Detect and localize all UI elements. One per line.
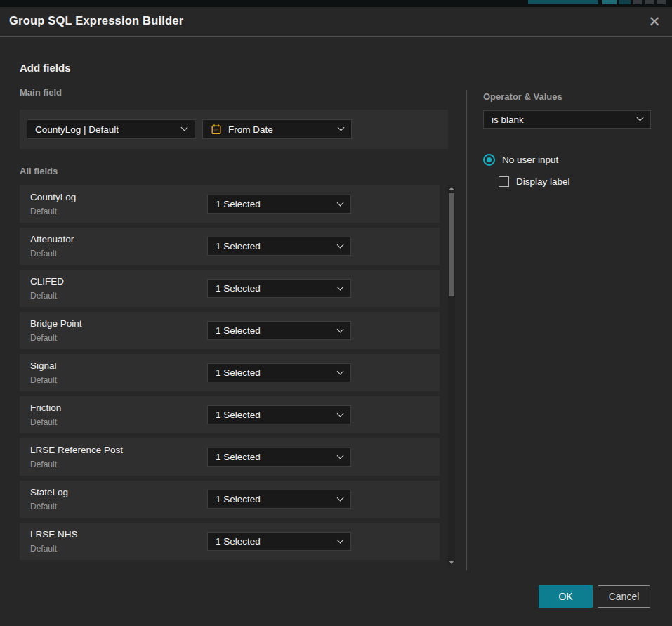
field-selected-dropdown[interactable]: 1 Selected xyxy=(207,405,351,424)
field-selected-value: 1 Selected xyxy=(216,367,261,378)
field-selected-dropdown[interactable]: 1 Selected xyxy=(207,532,351,551)
field-selected-dropdown[interactable]: 1 Selected xyxy=(207,237,351,256)
display-label-option[interactable]: Display label xyxy=(499,176,570,187)
main-field-label: Main field xyxy=(20,87,62,98)
field-row: CLIFED Default 1 Selected xyxy=(20,270,440,307)
ok-button[interactable]: OK xyxy=(539,585,593,608)
field-name: Signal xyxy=(30,360,57,371)
chevron-down-icon xyxy=(337,367,344,374)
scroll-up-icon[interactable] xyxy=(449,187,454,190)
dialog-title: Group SQL Expression Builder xyxy=(9,14,183,27)
chevron-down-icon xyxy=(337,199,344,206)
field-name: CLIFED xyxy=(30,276,64,287)
field-selected-value: 1 Selected xyxy=(216,410,261,420)
field-selected-value: 1 Selected xyxy=(216,283,261,294)
main-field-field-select-value: From Date xyxy=(228,124,273,135)
field-row: Signal Default 1 Selected xyxy=(20,354,440,391)
scrollbar-thumb[interactable] xyxy=(449,193,454,296)
field-selected-dropdown[interactable]: 1 Selected xyxy=(207,321,351,340)
add-fields-heading: Add fields xyxy=(20,62,71,74)
operator-select-value: is blank xyxy=(492,115,524,125)
chevron-down-icon xyxy=(181,124,188,131)
field-subtitle: Default xyxy=(30,502,57,511)
calendar-icon xyxy=(211,124,222,135)
chevron-down-icon xyxy=(338,124,345,131)
field-name: StateLog xyxy=(30,487,68,497)
field-name: CountyLog xyxy=(30,192,76,202)
chevron-down-icon xyxy=(337,325,344,332)
background-toolbar-fragment xyxy=(645,0,654,4)
close-icon[interactable]: ✕ xyxy=(645,12,664,30)
chevron-down-icon xyxy=(337,494,344,501)
field-selected-dropdown[interactable]: 1 Selected xyxy=(207,490,351,509)
field-name: LRSE NHS xyxy=(30,529,78,540)
chevron-down-icon xyxy=(337,283,344,290)
scroll-down-icon[interactable] xyxy=(449,561,454,564)
display-label-checkbox[interactable] xyxy=(499,176,509,187)
background-toolbar-fragment xyxy=(602,0,617,4)
field-selected-value: 1 Selected xyxy=(216,536,261,547)
field-subtitle: Default xyxy=(30,459,57,469)
field-subtitle: Default xyxy=(30,544,57,554)
chevron-down-icon xyxy=(337,536,344,543)
field-row: Friction Default 1 Selected xyxy=(20,396,440,433)
field-selected-value: 1 Selected xyxy=(216,494,261,504)
field-name: Bridge Point xyxy=(30,318,82,329)
field-subtitle: Default xyxy=(30,249,57,259)
group-sql-expression-builder-dialog: Group SQL Expression Builder ✕ Add field… xyxy=(0,7,672,626)
no-user-input-radio[interactable] xyxy=(483,154,495,166)
operator-values-label: Operator & Values xyxy=(483,91,562,102)
panel-divider xyxy=(466,90,467,570)
field-selected-value: 1 Selected xyxy=(216,199,261,209)
no-user-input-option[interactable]: No user input xyxy=(483,154,558,166)
field-selected-value: 1 Selected xyxy=(216,452,261,462)
main-field-layer-select-value: CountyLog | Default xyxy=(35,124,119,135)
background-toolbar-fragment xyxy=(633,0,642,4)
chevron-down-icon xyxy=(637,115,644,122)
field-subtitle: Default xyxy=(30,291,57,301)
operator-select[interactable]: is blank xyxy=(483,110,651,129)
field-row: Bridge Point Default 1 Selected xyxy=(20,312,440,349)
field-selected-dropdown[interactable]: 1 Selected xyxy=(207,363,351,382)
no-user-input-label: No user input xyxy=(502,155,558,165)
field-row: Attenuator Default 1 Selected xyxy=(20,228,440,265)
field-row: StateLog Default 1 Selected xyxy=(20,481,440,518)
background-app-strip xyxy=(0,0,672,7)
field-subtitle: Default xyxy=(30,375,57,385)
cancel-button[interactable]: Cancel xyxy=(598,585,650,608)
field-row: LRSE Reference Post Default 1 Selected xyxy=(20,438,440,476)
background-toolbar-fragment xyxy=(619,0,631,4)
field-subtitle: Default xyxy=(30,333,57,343)
chevron-down-icon xyxy=(337,241,344,248)
field-name: Attenuator xyxy=(30,234,74,244)
field-selected-dropdown[interactable]: 1 Selected xyxy=(207,448,351,467)
field-row: CountyLog Default 1 Selected xyxy=(20,185,440,223)
all-fields-list: CountyLog Default 1 Selected Attenuator … xyxy=(20,185,440,565)
main-field-strip: CountyLog | Default From Date xyxy=(20,110,448,149)
chevron-down-icon xyxy=(337,452,344,459)
display-label-label: Display label xyxy=(516,176,570,187)
field-selected-dropdown[interactable]: 1 Selected xyxy=(207,195,351,214)
main-field-field-select[interactable]: From Date xyxy=(202,119,352,139)
dialog-titlebar: Group SQL Expression Builder ✕ xyxy=(0,7,672,37)
chevron-down-icon xyxy=(337,410,344,417)
screen: Group SQL Expression Builder ✕ Add field… xyxy=(0,0,672,626)
field-selected-value: 1 Selected xyxy=(216,241,261,252)
main-field-layer-select[interactable]: CountyLog | Default xyxy=(27,119,195,139)
all-fields-scrollbar[interactable] xyxy=(448,185,455,566)
field-row: LRSE NHS Default 1 Selected xyxy=(20,523,440,560)
field-selected-dropdown[interactable]: 1 Selected xyxy=(207,279,351,298)
field-subtitle: Default xyxy=(30,417,57,427)
field-subtitle: Default xyxy=(30,207,57,216)
background-live-view-fragment xyxy=(528,0,598,4)
field-name: Friction xyxy=(30,403,61,413)
all-fields-label: All fields xyxy=(20,166,58,176)
background-toolbar-fragment xyxy=(657,0,666,4)
field-selected-value: 1 Selected xyxy=(216,325,261,336)
field-name: LRSE Reference Post xyxy=(30,445,123,455)
